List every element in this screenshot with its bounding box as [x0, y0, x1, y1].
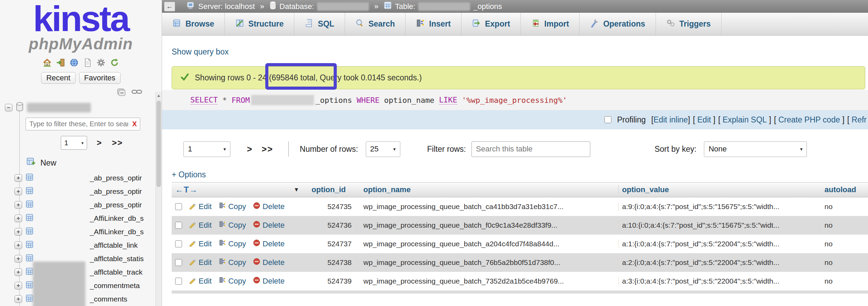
delete-action[interactable]: Delete: [253, 202, 285, 211]
table-list-item[interactable]: +_ab_press_optir: [0, 171, 162, 185]
tab-sql[interactable]: SQL: [294, 13, 345, 35]
recent-button[interactable]: Recent: [41, 72, 76, 84]
tree-next-page[interactable]: >: [97, 138, 102, 148]
delete-action[interactable]: Delete: [253, 239, 285, 249]
copy-action[interactable]: Copy: [219, 258, 246, 267]
table-list-item[interactable]: +_AffiLinker_db_s: [0, 225, 162, 238]
refresh-icon[interactable]: [110, 58, 119, 67]
tree-filter-input[interactable]: [26, 118, 140, 130]
collapse-all-icon[interactable]: [117, 88, 127, 98]
edit-action[interactable]: Edit: [189, 276, 212, 286]
scrollbar-thumb[interactable]: [156, 101, 161, 187]
expand-icon[interactable]: +: [15, 201, 22, 209]
expand-icon[interactable]: +: [15, 174, 22, 182]
copy-action[interactable]: Copy: [219, 202, 246, 211]
table-search-input[interactable]: [471, 141, 590, 157]
next-page-link[interactable]: >: [247, 144, 252, 154]
expand-icon[interactable]: +: [15, 268, 22, 276]
edit-action[interactable]: Edit: [189, 220, 212, 230]
sql-like-keyword[interactable]: LIKE: [439, 96, 457, 105]
link-panel-icon[interactable]: [131, 88, 142, 98]
new-table-item[interactable]: New: [26, 157, 162, 168]
tab-insert[interactable]: Insert: [406, 13, 461, 35]
document-icon[interactable]: [83, 58, 92, 67]
spacer: [435, 96, 439, 105]
tab-triggers[interactable]: Triggers: [656, 13, 722, 35]
breadcrumb-table-label[interactable]: Table:: [395, 2, 416, 11]
collapse-nav-arrow[interactable]: ←: [164, 2, 175, 11]
delete-action[interactable]: Delete: [253, 220, 285, 230]
expand-icon[interactable]: +: [15, 215, 22, 222]
sort-key-select[interactable]: None▾: [704, 141, 807, 157]
explain-sql-link[interactable]: Explain SQL: [723, 115, 767, 124]
header-autoload[interactable]: autoload: [820, 185, 868, 194]
refresh-link[interactable]: Refr: [852, 115, 867, 124]
tab-import[interactable]: Import: [521, 13, 580, 35]
copy-action[interactable]: Copy: [219, 239, 246, 249]
expand-icon[interactable]: +: [15, 188, 22, 195]
globe-icon[interactable]: [69, 58, 79, 67]
breadcrumb-server[interactable]: Server: localhost: [198, 2, 255, 11]
gear-icon[interactable]: [96, 58, 106, 67]
page-select[interactable]: 1▾: [183, 141, 230, 157]
table-list-item[interactable]: +_ab_press_optir: [0, 198, 162, 211]
row-checkbox[interactable]: [175, 278, 182, 285]
column-nav-arrows[interactable]: ←T→: [172, 185, 198, 195]
expand-icon[interactable]: +: [15, 228, 22, 236]
pencil-icon: [189, 258, 197, 267]
tab-browse[interactable]: Browse: [162, 13, 225, 35]
rows-per-page-select[interactable]: 25▾: [366, 141, 400, 157]
expand-icon[interactable]: +: [15, 295, 22, 303]
last-page-link[interactable]: >>: [262, 144, 273, 154]
number-of-rows-label: Number of rows:: [300, 145, 358, 154]
table-list-item[interactable]: +_ab_press_optir: [0, 185, 162, 198]
row-checkbox[interactable]: [175, 259, 182, 266]
breadcrumb-database-label[interactable]: Database:: [279, 2, 314, 11]
edit-action[interactable]: Edit: [189, 239, 212, 249]
delete-action[interactable]: Delete: [253, 258, 285, 267]
database-node[interactable]: −: [0, 102, 162, 113]
tab-structure[interactable]: Structure: [225, 13, 294, 35]
tab-export[interactable]: Export: [461, 13, 521, 35]
favorites-button[interactable]: Favorites: [79, 72, 121, 84]
sort-indicator-icon[interactable]: ▼: [294, 187, 299, 193]
header-option-name[interactable]: option_name: [360, 185, 618, 194]
home-icon[interactable]: [42, 58, 52, 67]
copy-action[interactable]: Copy: [219, 220, 246, 230]
edit-inline-link[interactable]: Edit inline: [654, 115, 688, 124]
sidebar-scrollbar[interactable]: ▲: [155, 92, 162, 306]
cell-option-name: wp_image_processing_queue_batch_76b5a2bb…: [360, 258, 618, 267]
expand-icon[interactable]: +: [15, 255, 22, 263]
edit-query-link[interactable]: Edit: [697, 115, 711, 124]
explain-sql-link-group: [ Explain SQL ]: [718, 115, 771, 125]
create-php-code-link[interactable]: Create PHP code: [778, 115, 840, 124]
scroll-up-icon[interactable]: ▲: [156, 92, 162, 98]
clear-filter-icon[interactable]: X: [132, 120, 137, 128]
profiling-checkbox[interactable]: [604, 116, 611, 123]
sql-pattern-string: '%wp_image_processing%': [462, 96, 567, 105]
expand-icon[interactable]: +: [15, 241, 22, 249]
header-option-id[interactable]: option_id: [305, 185, 360, 194]
tree-last-page[interactable]: >>: [112, 138, 123, 148]
row-checkbox[interactable]: [175, 240, 182, 247]
edit-action[interactable]: Edit: [189, 258, 212, 267]
header-option-value[interactable]: option_value: [618, 185, 820, 194]
tab-operations[interactable]: Operations: [580, 13, 656, 35]
logout-icon[interactable]: [56, 58, 65, 67]
edit-action[interactable]: Edit: [189, 202, 212, 211]
options-toggle-link[interactable]: + Options: [172, 170, 206, 179]
expand-icon[interactable]: +: [15, 282, 22, 289]
tab-search[interactable]: Search: [345, 13, 406, 35]
table-icon: [26, 227, 34, 237]
row-checkbox[interactable]: [175, 203, 182, 210]
row-checkbox[interactable]: [175, 222, 182, 229]
delete-action[interactable]: Delete: [253, 276, 285, 286]
collapse-node-icon[interactable]: −: [5, 104, 12, 111]
sql-select-keyword[interactable]: SELECT: [190, 96, 218, 105]
browse-icon: [172, 19, 181, 30]
show-query-box-link[interactable]: Show query box: [172, 47, 229, 57]
copy-action[interactable]: Copy: [219, 276, 246, 286]
table-list-item[interactable]: +_afflctable_link: [0, 238, 162, 252]
table-list-item[interactable]: +_AffiLinker_db_s: [0, 211, 162, 225]
tree-page-select[interactable]: 1 ▾: [61, 136, 87, 150]
